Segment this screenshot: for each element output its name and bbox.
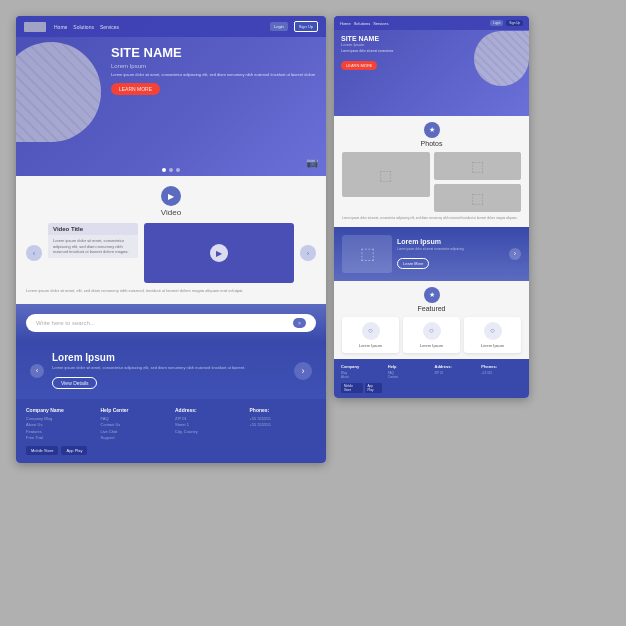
right-footer: Company Blog About Mobile Store App Play… <box>334 359 529 398</box>
right-lorem-next-icon[interactable]: › <box>509 248 521 260</box>
right-mobile-store-button[interactable]: Mobile Store <box>341 383 363 393</box>
photos-header: ★ Photos <box>342 122 521 147</box>
right-lorem-description: Lorem ipsum dolor sit amet consectetur a… <box>397 247 504 252</box>
featured-icon: ★ <box>424 287 440 303</box>
hero-dot-3[interactable] <box>176 168 180 172</box>
main-wrapper: Home Solutions Services Login Sign Up SI… <box>0 0 626 626</box>
lorem-text: Lorem Ipsum Lorem ipsum dolor sit amet, … <box>52 352 286 389</box>
featured-card-icon-1: ○ <box>362 322 380 340</box>
photos-icon: ★ <box>424 122 440 138</box>
right-nav-login[interactable]: Login <box>490 20 503 26</box>
video-thumb-play-icon[interactable]: ▶ <box>210 244 228 262</box>
search-bar: Write here to search... > <box>26 314 316 332</box>
footer-company-item4[interactable]: Free Trial <box>26 435 93 441</box>
right-footer-col-help: Help FAQ Contact <box>388 364 429 393</box>
right-footer-col-phones: Phones: +55 555 <box>481 364 522 393</box>
nav-solutions[interactable]: Solutions <box>73 24 94 30</box>
right-footer-help-item2[interactable]: Contact <box>388 375 429 380</box>
hero-body: SITE NAME Lorem Ipsum Lorem ipsum dolor … <box>16 37 326 103</box>
nav-services[interactable]: Services <box>100 24 119 30</box>
lorem-view-details-button[interactable]: View Details <box>52 377 97 389</box>
right-nav-solutions[interactable]: Solutions <box>354 21 370 26</box>
right-hero-section: Home Solutions Services Login Sign Up SI… <box>334 16 529 116</box>
lorem-prev-button[interactable]: ‹ <box>30 364 44 378</box>
nav-items: Home Solutions Services <box>54 24 119 30</box>
lorem-next-button[interactable]: › <box>294 362 312 380</box>
right-footer-phones-title: Phones: <box>481 364 522 369</box>
right-lorem-image: ⬚ <box>342 235 392 273</box>
photo-item-1: ⬚ <box>342 152 430 197</box>
left-mockup: Home Solutions Services Login Sign Up SI… <box>16 16 326 463</box>
video-label: Video <box>161 208 181 217</box>
lorem-title: Lorem Ipsum <box>52 352 286 363</box>
right-footer-company-title: Company <box>341 364 382 369</box>
photos-right-col: ⬚ ⬚ <box>434 152 522 212</box>
app-play-button[interactable]: App Play <box>61 446 87 455</box>
video-play-icon[interactable]: ▶ <box>161 186 181 206</box>
featured-section: ★ Featured ○ Lorem Ipsum ○ Lorem Ipsum ○… <box>334 281 529 359</box>
right-hero-desc: Lorem ipsum dolor sit amet consectetur <box>341 49 394 53</box>
featured-card-3: ○ Lorem Ipsum <box>464 317 521 353</box>
nav-bar: Home Solutions Services Login Sign Up <box>16 16 326 37</box>
featured-card-1: ○ Lorem Ipsum <box>342 317 399 353</box>
footer-help-item4[interactable]: Support <box>101 435 168 441</box>
right-app-play-button[interactable]: App Play <box>365 383 382 393</box>
hero-desc: Lorem ipsum dolor sit amet, consectetur … <box>111 72 315 78</box>
search-button[interactable]: > <box>293 318 306 328</box>
right-hero-title: SITE NAME <box>341 35 394 42</box>
featured-title: Featured <box>417 305 445 312</box>
featured-card-label-3: Lorem Ipsum <box>481 343 504 348</box>
featured-cards: ○ Lorem Ipsum ○ Lorem Ipsum ○ Lorem Ipsu… <box>342 317 521 353</box>
right-footer-btn-row: Mobile Store App Play <box>341 383 382 393</box>
right-lorem-button[interactable]: Learn More <box>397 258 429 269</box>
photo-item-2: ⬚ <box>434 152 522 180</box>
video-content: ‹ Video Title Lorem ipsum dolor sit amet… <box>26 223 316 283</box>
featured-card-icon-3: ○ <box>484 322 502 340</box>
right-nav-services[interactable]: Services <box>373 21 388 26</box>
video-icon-wrap: ▶ Video <box>26 186 316 217</box>
right-footer-help-title: Help <box>388 364 429 369</box>
right-mockup: Home Solutions Services Login Sign Up SI… <box>334 16 529 398</box>
photos-desc: Lorem ipsum dolor sit amet, consectetur … <box>342 216 521 221</box>
footer-phones-title: Phones: <box>250 407 317 413</box>
footer-btn-row: Mobile Store App Play <box>26 446 93 455</box>
hero-subtitle: Lorem Ipsum <box>111 63 315 69</box>
featured-card-2: ○ Lorem Ipsum <box>403 317 460 353</box>
nav-login[interactable]: Login <box>270 22 288 31</box>
hero-dot-1[interactable] <box>162 168 166 172</box>
search-input[interactable]: Write here to search... <box>36 320 289 326</box>
hero-cta-button[interactable]: LEARN MORE <box>111 83 160 95</box>
hero-text: SITE NAME Lorem Ipsum Lorem ipsum dolor … <box>111 45 315 95</box>
hero-section: Home Solutions Services Login Sign Up SI… <box>16 16 326 176</box>
featured-header: ★ Featured <box>342 287 521 312</box>
nav-signup[interactable]: Sign Up <box>294 21 318 32</box>
mobile-store-button[interactable]: Mobile Store <box>26 446 58 455</box>
footer-phone-item2: +55 555555 <box>250 422 317 428</box>
right-footer-company-item2[interactable]: About <box>341 375 382 380</box>
nav-home[interactable]: Home <box>54 24 67 30</box>
right-footer-phone-item1: +55 555 <box>481 371 522 376</box>
footer-address-item3: City, Country <box>175 429 242 435</box>
video-section: ▶ Video ‹ Video Title Lorem ipsum dolor … <box>16 176 326 304</box>
video-title: Video Title <box>48 223 138 235</box>
search-section: Write here to search... > <box>16 304 326 342</box>
right-nav-home[interactable]: Home <box>340 21 351 26</box>
video-prev-button[interactable]: ‹ <box>26 245 42 261</box>
video-next-button[interactable]: › <box>300 245 316 261</box>
footer-col-help: Help Center FAQ Contact Us Live Chat Sup… <box>101 407 168 455</box>
right-hero-cta-button[interactable]: LEARN MORE <box>341 61 377 70</box>
camera-icon: 📷 <box>306 157 318 168</box>
featured-card-label-2: Lorem Ipsum <box>420 343 443 348</box>
footer: Company Name Company Blog About Us Featu… <box>16 399 326 463</box>
right-hero-subtitle: Lorem Ipsum <box>341 42 394 47</box>
right-hero-image <box>474 31 529 86</box>
right-nav-signup[interactable]: Sign Up <box>506 20 523 26</box>
video-description: Lorem ipsum dolor sit amet, consectetur … <box>48 235 138 258</box>
right-footer-address-item1: ZIP 01 <box>435 371 476 376</box>
photo-item-3: ⬚ <box>434 184 522 212</box>
hero-image <box>16 42 101 142</box>
featured-card-icon-2: ○ <box>423 322 441 340</box>
hero-dot-2[interactable] <box>169 168 173 172</box>
video-thumbnail[interactable]: ▶ <box>144 223 294 283</box>
right-lorem-title: Lorem Ipsum <box>397 238 504 245</box>
